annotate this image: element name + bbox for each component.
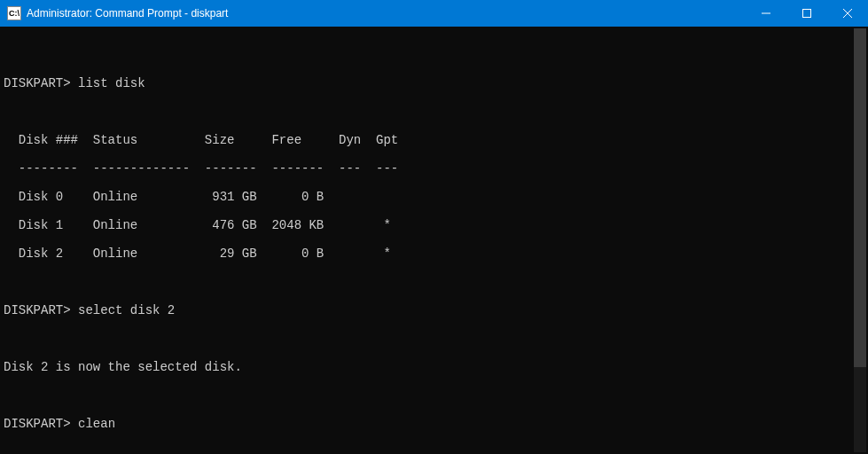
close-button[interactable]: [827, 0, 868, 27]
vertical-scrollbar[interactable]: [854, 28, 866, 452]
maximize-button[interactable]: [786, 0, 827, 27]
svg-rect-1: [803, 10, 811, 18]
blank-line: [4, 388, 863, 403]
command-text: clean: [78, 417, 115, 431]
blank-line: [4, 105, 863, 119]
window-controls: [746, 0, 868, 27]
blank-line: [4, 275, 863, 289]
blank-line: [4, 48, 863, 62]
terminal-output[interactable]: DISKPART> list disk Disk ### Status Size…: [0, 27, 868, 454]
window-title: Administrator: Command Prompt - diskpart: [27, 7, 228, 20]
blank-line: [4, 445, 863, 454]
diskpart-prompt: DISKPART>: [4, 417, 71, 431]
table-row: Disk 2 Online 29 GB 0 B *: [4, 247, 863, 261]
diskpart-prompt: DISKPART>: [4, 76, 71, 90]
command-text: list disk: [78, 76, 145, 90]
prompt-line: DISKPART> select disk 2: [4, 303, 863, 317]
prompt-line: DISKPART> list disk: [4, 76, 863, 90]
table-row: Disk 0 Online 931 GB 0 B: [4, 190, 863, 204]
table-row: Disk 1 Online 476 GB 2048 KB *: [4, 218, 863, 232]
command-text: select disk 2: [78, 303, 175, 317]
scrollbar-thumb[interactable]: [854, 28, 866, 367]
diskpart-prompt: DISKPART>: [4, 303, 71, 317]
table-divider: -------- ------------- ------- ------- -…: [4, 161, 863, 176]
blank-line: [4, 332, 863, 346]
cmd-icon: C:\: [7, 6, 21, 20]
prompt-line: DISKPART> clean: [4, 417, 863, 431]
table-header: Disk ### Status Size Free Dyn Gpt: [4, 133, 863, 147]
window-titlebar: C:\ Administrator: Command Prompt - disk…: [0, 0, 868, 27]
minimize-button[interactable]: [746, 0, 786, 27]
status-message: Disk 2 is now the selected disk.: [4, 360, 863, 374]
